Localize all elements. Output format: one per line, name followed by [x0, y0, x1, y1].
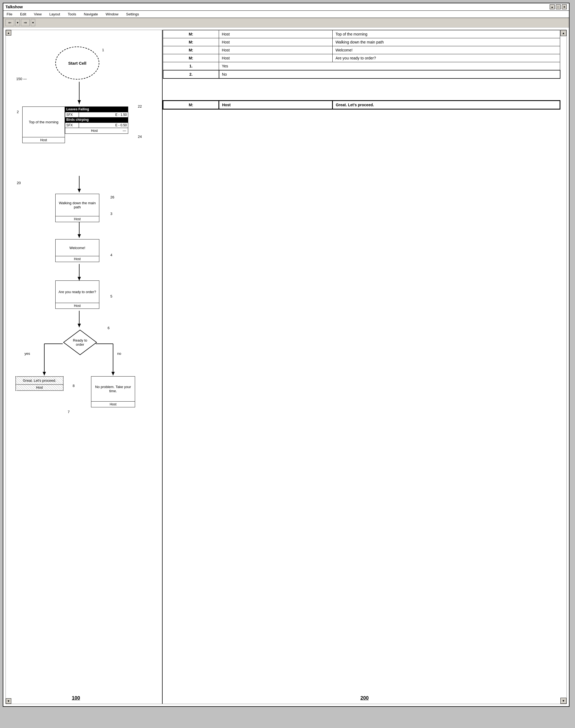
close-button[interactable]: ✕: [562, 4, 567, 9]
script-speaker-6: No: [219, 70, 560, 78]
script-num-5: 1.: [163, 62, 219, 70]
node-text-great-proceed: Great. Let's proceed.: [16, 377, 63, 384]
callout-6: 6: [108, 326, 109, 330]
menu-navigate[interactable]: Navigate: [83, 11, 99, 17]
node-header-leaves: Leaves Falling: [65, 107, 128, 112]
svg-marker-17: [64, 330, 97, 355]
callout-150: 150 —: [16, 77, 27, 81]
node-footer-welcome: Host: [56, 256, 99, 262]
toolbar: ⇐ ▼ ⇒ ▼: [3, 18, 569, 28]
callout-22: 22: [138, 104, 142, 108]
script-speaker-5: Yes: [219, 62, 560, 70]
script-mode-1: M:: [163, 30, 219, 38]
callout-3: 3: [110, 212, 112, 216]
callout-2: 2: [17, 110, 19, 114]
script-table: M: Host Top of the morning M: Host Walki…: [163, 30, 561, 109]
scroll-down-button[interactable]: ▼: [561, 698, 567, 704]
node-welcome: Welcome! Host: [55, 239, 99, 262]
script-spacer-cell: [163, 78, 560, 100]
script-text-7: Great. Let's proceed.: [333, 100, 560, 109]
sfx-label-birds: SFX: [65, 123, 79, 128]
sfx-label-leaves: SFX: [65, 112, 79, 117]
node-great-proceed: Great. Let's proceed. Host: [15, 376, 64, 391]
callout-20: 20: [17, 181, 21, 185]
script-row-4: M: Host Are you ready to order?: [163, 54, 560, 62]
node-text-walking-down: Walking down the main path: [56, 194, 99, 216]
sfx-row-leaves: SFX E - 1.50: [65, 112, 128, 117]
node-header-birds: Birds chirping: [65, 117, 128, 123]
flowchart-panel-label: 100: [72, 695, 80, 701]
callout-26: 26: [110, 195, 114, 199]
script-row-2: M: Host Walking down the main path: [163, 38, 560, 46]
script-panel: ▲ ▼ M: Host Top of the morning M:: [163, 30, 567, 704]
menu-tools[interactable]: Tools: [67, 11, 77, 17]
script-panel-inner: M: Host Top of the morning M: Host Walki…: [163, 30, 561, 704]
callout-8: 8: [73, 384, 74, 388]
menu-settings[interactable]: Settings: [125, 11, 140, 17]
node-footer-great-proceed: Host: [16, 384, 63, 390]
script-text-3: Welcome!: [333, 46, 560, 54]
callout-4: 4: [110, 253, 112, 257]
forward-button[interactable]: ⇒: [21, 19, 30, 26]
maximize-button[interactable]: □: [556, 4, 561, 9]
title-bar-controls: ▲ □ ✕: [550, 4, 567, 9]
script-text-4: Are you ready to order?: [333, 54, 560, 62]
menu-edit[interactable]: Edit: [19, 11, 27, 17]
script-spacer: [163, 78, 560, 100]
main-window: Talkshow ▲ □ ✕ File Edit View Layout Too…: [3, 3, 570, 707]
node-are-you-ready: Are you ready to order? Host: [55, 280, 99, 309]
menu-bar: File Edit View Layout Tools Navigate Win…: [3, 11, 569, 18]
node-top-of-morning: Top of the morning Host: [22, 106, 65, 143]
sfx-value-leaves: E - 1.50: [79, 112, 128, 117]
script-row-3: M: Host Welcome!: [163, 46, 560, 54]
node-footer-sfx: Host —: [65, 128, 128, 133]
node-no-problem: No problem. Take your time. Host: [91, 376, 135, 407]
forward-dropdown[interactable]: ▼: [31, 19, 35, 26]
node-text-no-problem: No problem. Take your time.: [91, 376, 135, 401]
menu-window[interactable]: Window: [105, 11, 120, 17]
callout-5: 5: [110, 294, 112, 298]
callout-24: 24: [138, 135, 142, 139]
script-num-6: 2.: [163, 70, 219, 78]
menu-view[interactable]: View: [33, 11, 43, 17]
node-walking-down: Walking down the main path Host: [55, 194, 99, 222]
script-mode-2: M:: [163, 38, 219, 46]
node-text-are-you-ready: Are you ready to order?: [56, 281, 99, 303]
flowchart-panel: ▲: [6, 30, 163, 704]
callout-7: 7: [68, 410, 70, 414]
script-mode-7: M:: [163, 100, 219, 109]
fc-container: 150 — Start Cell 1 22 24: [6, 30, 162, 704]
node-footer-walking-down: Host: [56, 216, 99, 222]
callout-1: 1: [102, 48, 104, 52]
node-sfx-complex: Leaves Falling SFX E - 1.50 Birds chirpi…: [65, 106, 128, 134]
node-text-welcome: Welcome!: [56, 239, 99, 256]
scroll-up-button[interactable]: ▲: [561, 30, 567, 36]
script-mode-4: M:: [163, 54, 219, 62]
script-text-2: Walking down the main path: [333, 38, 560, 46]
back-button[interactable]: ⇐: [5, 19, 14, 26]
script-text-1: Top of the morning: [333, 30, 560, 38]
back-dropdown[interactable]: ▼: [15, 19, 20, 26]
script-mode-3: M:: [163, 46, 219, 54]
script-row-1: M: Host Top of the morning: [163, 30, 560, 38]
diamond-ready: Ready to order: [62, 329, 98, 356]
menu-file[interactable]: File: [5, 11, 13, 17]
script-row-5: 1. Yes: [163, 62, 560, 70]
script-speaker-1: Host: [219, 30, 333, 38]
window-title: Talkshow: [5, 5, 23, 9]
minimize-button[interactable]: ▲: [550, 4, 555, 9]
start-cell: Start Cell: [55, 46, 99, 79]
script-panel-label: 200: [361, 695, 369, 701]
sfx-value-birds: E - 0.50: [79, 123, 128, 128]
yes-label: yes: [25, 352, 30, 356]
scroll-top-left[interactable]: ▲: [6, 30, 11, 35]
script-row-7: M: Host Great. Let's proceed.: [163, 100, 560, 109]
main-content: ▲: [5, 30, 567, 704]
script-speaker-4: Host: [219, 54, 333, 62]
script-speaker-7: Host: [219, 100, 333, 109]
node-text-top-of-morning: Top of the morning: [23, 107, 65, 137]
scroll-bottom-left[interactable]: ▼: [6, 698, 11, 704]
script-speaker-3: Host: [219, 46, 333, 54]
script-speaker-2: Host: [219, 38, 333, 46]
menu-layout[interactable]: Layout: [48, 11, 61, 17]
